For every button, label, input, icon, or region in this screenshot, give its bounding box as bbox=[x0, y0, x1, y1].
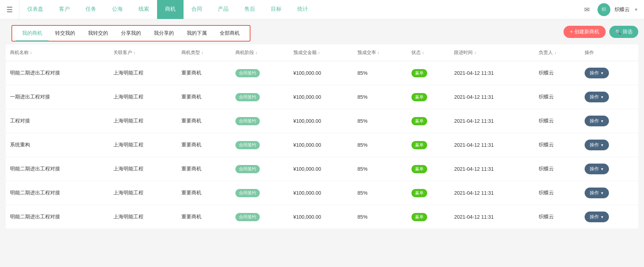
page-wrapper: ☰ 仪表盘客户任务公海线索商机合同产品售后目标统计 ✉ 织 织蝶云 ▼ 我的商机… bbox=[0, 0, 644, 267]
opportunity-name: 明能二期进出工程对接 bbox=[6, 61, 109, 85]
customer-name: 上海明能工程 bbox=[109, 205, 177, 229]
opportunity-name: 工程对接 bbox=[6, 109, 109, 133]
opportunity-name: 明能二期进出工程对接 bbox=[6, 181, 109, 205]
action-dropdown-arrow: ▼ bbox=[600, 167, 604, 171]
opportunity-type: 重要商机 bbox=[177, 205, 231, 229]
col-操作: 操作 bbox=[580, 44, 638, 61]
col-预成交率[interactable]: 预成交率↕ bbox=[353, 44, 407, 61]
opportunity-type: 重要商机 bbox=[177, 85, 231, 109]
col-商机类型[interactable]: 商机类型↕ bbox=[177, 44, 231, 61]
action-btn[interactable]: 操作 ▼ bbox=[580, 85, 638, 109]
action-btn[interactable]: 操作 ▼ bbox=[580, 205, 638, 229]
action-button[interactable]: 操作 ▼ bbox=[585, 164, 609, 174]
stage-badge-label: 合同签约 bbox=[235, 165, 260, 173]
action-btn[interactable]: 操作 ▼ bbox=[580, 133, 638, 157]
follow-time: 2021-04-12 11:31 bbox=[450, 205, 535, 229]
opportunity-type: 重要商机 bbox=[177, 61, 231, 85]
action-dropdown-arrow: ▼ bbox=[600, 95, 604, 99]
follow-time: 2021-04-12 11:31 bbox=[450, 109, 535, 133]
owner: 织蝶云 bbox=[535, 61, 580, 85]
opportunity-name: 一期进出工程对接 bbox=[6, 85, 109, 109]
sub-nav-item-我分享的[interactable]: 我分享的 bbox=[147, 26, 180, 41]
filter-button[interactable]: 🔍 筛选 bbox=[609, 26, 638, 38]
action-button[interactable]: 操作 ▼ bbox=[585, 140, 609, 150]
rate: 85% bbox=[353, 181, 407, 205]
rate: 85% bbox=[353, 85, 407, 109]
filter-label: 筛选 bbox=[623, 29, 633, 35]
nav-item-公海[interactable]: 公海 bbox=[104, 0, 131, 19]
amount: ¥100,000.00 bbox=[289, 133, 353, 157]
action-btn[interactable]: 操作 ▼ bbox=[580, 181, 638, 205]
action-btn[interactable]: 操作 ▼ bbox=[580, 61, 638, 85]
avatar[interactable]: 织 bbox=[597, 3, 610, 16]
stage-badge: 合同签约 bbox=[231, 133, 289, 157]
action-button[interactable]: 操作 ▼ bbox=[585, 116, 609, 126]
stage-badge: 合同签约 bbox=[231, 85, 289, 109]
sort-icon: ↕ bbox=[554, 50, 556, 55]
col-商机名称[interactable]: 商机名称↕ bbox=[6, 44, 109, 61]
rate: 85% bbox=[353, 61, 407, 85]
nav-item-售后[interactable]: 售后 bbox=[236, 0, 263, 19]
nav-item-线索[interactable]: 线索 bbox=[131, 0, 157, 19]
action-button[interactable]: 操作 ▼ bbox=[585, 68, 609, 78]
header-row: 商机名称↕关联客户↕商机类型↕商机阶段↕预成交金额↕预成交率↕状态↕跟进时间↕负… bbox=[6, 44, 638, 61]
create-opportunity-button[interactable]: + 创建新商机 bbox=[564, 26, 606, 38]
nav-item-客户[interactable]: 客户 bbox=[51, 0, 78, 19]
table-row: 明能二期进出工程对接上海明能工程重要商机合同签约¥100,000.0085%赢单… bbox=[6, 61, 638, 85]
sub-nav-item-转交我的[interactable]: 转交我的 bbox=[49, 26, 82, 41]
action-button[interactable]: 操作 ▼ bbox=[585, 188, 609, 198]
opportunity-type: 重要商机 bbox=[177, 109, 231, 133]
table-row: 明能二期进出工程对接上海明能工程重要商机合同签约¥100,000.0085%赢单… bbox=[6, 205, 638, 229]
table-row: 明能二期进出工程对接上海明能工程重要商机合同签约¥100,000.0085%赢单… bbox=[6, 157, 638, 181]
amount: ¥100,000.00 bbox=[289, 109, 353, 133]
sub-nav-item-我转交的[interactable]: 我转交的 bbox=[82, 26, 114, 41]
sub-nav-item-我的下属[interactable]: 我的下属 bbox=[180, 26, 213, 41]
win-badge-label: 赢单 bbox=[411, 189, 427, 197]
customer-name: 上海明能工程 bbox=[109, 109, 177, 133]
sub-nav-item-分享我的[interactable]: 分享我的 bbox=[114, 26, 147, 41]
stage-badge: 合同签约 bbox=[231, 205, 289, 229]
col-关联客户[interactable]: 关联客户↕ bbox=[109, 44, 177, 61]
sub-nav-item-我的商机[interactable]: 我的商机 bbox=[16, 26, 49, 41]
col-商机阶段[interactable]: 商机阶段↕ bbox=[231, 44, 289, 61]
owner: 织蝶云 bbox=[535, 181, 580, 205]
action-btn[interactable]: 操作 ▼ bbox=[580, 157, 638, 181]
win-badge-label: 赢单 bbox=[411, 165, 427, 173]
nav-item-目标[interactable]: 目标 bbox=[263, 0, 289, 19]
sort-icon: ↕ bbox=[255, 50, 258, 55]
rate: 85% bbox=[353, 133, 407, 157]
stage-badge-label: 合同签约 bbox=[235, 93, 260, 101]
action-dropdown-arrow: ▼ bbox=[600, 143, 604, 147]
menu-icon[interactable]: ☰ bbox=[0, 0, 19, 19]
nav-item-产品[interactable]: 产品 bbox=[210, 0, 236, 19]
col-跟进时间[interactable]: 跟进时间↕ bbox=[450, 44, 535, 61]
sort-icon: ↕ bbox=[318, 50, 320, 55]
follow-time: 2021-04-12 11:31 bbox=[450, 181, 535, 205]
brand-label[interactable]: 织蝶云 bbox=[615, 6, 630, 13]
action-button[interactable]: 操作 ▼ bbox=[585, 92, 609, 102]
col-状态[interactable]: 状态↕ bbox=[407, 44, 450, 61]
amount: ¥100,000.00 bbox=[289, 181, 353, 205]
win-badge-label: 赢单 bbox=[411, 93, 427, 101]
sub-nav-item-全部商机[interactable]: 全部商机 bbox=[213, 26, 246, 41]
stage-badge-label: 合同签约 bbox=[235, 141, 260, 149]
owner: 织蝶云 bbox=[535, 85, 580, 109]
action-btn[interactable]: 操作 ▼ bbox=[580, 109, 638, 133]
col-负责人[interactable]: 负责人↕ bbox=[535, 44, 580, 61]
status-badge: 赢单 bbox=[407, 205, 450, 229]
brand-dropdown-arrow[interactable]: ▼ bbox=[634, 7, 638, 12]
owner: 织蝶云 bbox=[535, 157, 580, 181]
nav-item-任务[interactable]: 任务 bbox=[78, 0, 104, 19]
nav-item-合同[interactable]: 合同 bbox=[184, 0, 210, 19]
col-预成交金额[interactable]: 预成交金额↕ bbox=[289, 44, 353, 61]
nav-items: 仪表盘客户任务公海线索商机合同产品售后目标统计 bbox=[19, 0, 580, 19]
mail-icon[interactable]: ✉ bbox=[580, 3, 593, 16]
nav-item-仪表盘[interactable]: 仪表盘 bbox=[19, 0, 51, 19]
nav-item-商机[interactable]: 商机 bbox=[157, 0, 184, 19]
table-wrapper: 商机名称↕关联客户↕商机类型↕商机阶段↕预成交金额↕预成交率↕状态↕跟进时间↕负… bbox=[6, 44, 638, 229]
sub-action-row: 我的商机转交我的我转交的分享我的我分享的我的下属全部商机 + 创建新商机 🔍 筛… bbox=[6, 22, 638, 42]
rate: 85% bbox=[353, 205, 407, 229]
action-button[interactable]: 操作 ▼ bbox=[585, 212, 609, 222]
stage-badge-label: 合同签约 bbox=[235, 117, 260, 125]
nav-item-统计[interactable]: 统计 bbox=[289, 0, 316, 19]
